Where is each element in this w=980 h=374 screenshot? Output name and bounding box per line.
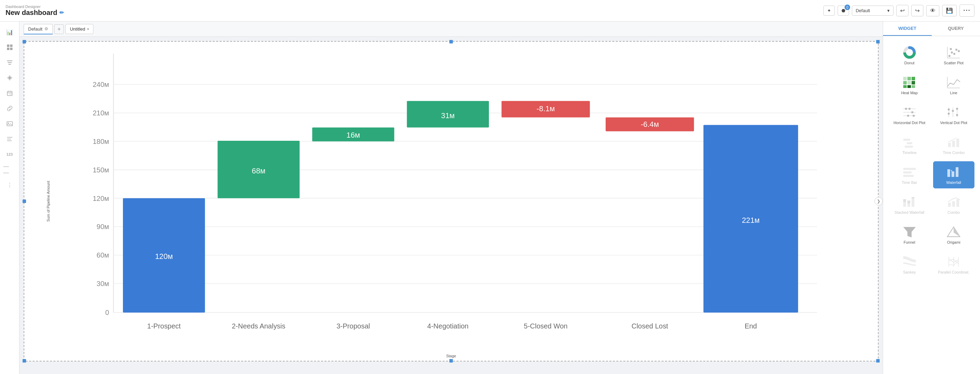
svg-point-72 bbox=[905, 108, 907, 110]
widget-label-line: Line bbox=[950, 91, 958, 95]
widget-label-scatter-plot: Scatter Plot bbox=[944, 61, 964, 65]
svg-rect-87 bbox=[905, 145, 913, 148]
parallel-coordinate-icon bbox=[945, 255, 962, 269]
sidebar-item-chart[interactable]: 📊 bbox=[3, 26, 16, 38]
widget-label-timeline: Timeline bbox=[902, 150, 916, 155]
sidebar-item-data[interactable] bbox=[3, 72, 16, 84]
tab-default-label: Default bbox=[28, 26, 42, 32]
widget-label-vertical-dot-plot: Vertical Dot Plot bbox=[940, 121, 967, 125]
preview-button[interactable]: 👁 bbox=[926, 5, 939, 16]
tab-default[interactable]: Default ⚙ bbox=[24, 24, 53, 34]
widget-item-waterfall[interactable]: Waterfall bbox=[933, 161, 975, 189]
svg-point-50 bbox=[948, 55, 950, 57]
redo-icon: ↪ bbox=[915, 8, 920, 14]
widget-item-line[interactable]: Line bbox=[933, 72, 975, 99]
ai-button[interactable]: ✦ bbox=[823, 6, 835, 16]
svg-rect-64 bbox=[903, 85, 907, 88]
svg-rect-59 bbox=[907, 77, 911, 80]
dashboard-canvas: ❯ Sum of Pipeline Amount 0 30м bbox=[19, 37, 883, 374]
sidebar-item-calendar[interactable]: 12 bbox=[3, 87, 16, 99]
sidebar-item-text[interactable] bbox=[3, 133, 16, 145]
collapse-toggle[interactable]: ❯ bbox=[875, 197, 883, 205]
widget-item-horizontal-dot-plot[interactable]: Horizontal Dot Plot bbox=[889, 101, 930, 129]
svg-rect-1 bbox=[10, 45, 13, 47]
svg-point-51 bbox=[951, 51, 953, 54]
svg-rect-103 bbox=[912, 197, 914, 198]
widget-item-funnel[interactable]: Funnel bbox=[889, 221, 930, 248]
edit-title-icon[interactable]: ✏ bbox=[59, 10, 64, 16]
heat-map-icon bbox=[901, 75, 918, 90]
right-panel: WIDGET QUERY Donut Scatter Plot bbox=[883, 22, 980, 374]
time-bar-icon bbox=[901, 165, 918, 179]
sidebar-item-filter[interactable] bbox=[3, 56, 16, 69]
topbar-left: Dashboard Designer New dashboard ✏ bbox=[6, 5, 64, 17]
horizontal-dot-plot-icon bbox=[901, 105, 918, 119]
sidebar-item-more[interactable]: ⋮ bbox=[3, 179, 16, 191]
sidebar-item-dash[interactable]: — — bbox=[3, 163, 16, 176]
svg-text:-6.4м: -6.4м bbox=[641, 120, 659, 129]
dropdown-chevron-icon: ▾ bbox=[887, 8, 890, 13]
widget-item-donut[interactable]: Donut bbox=[889, 42, 930, 69]
right-panel-tabs: WIDGET QUERY bbox=[883, 22, 980, 36]
svg-rect-60 bbox=[912, 77, 915, 80]
svg-text:221м: 221м bbox=[742, 216, 759, 225]
svg-rect-0 bbox=[7, 45, 10, 47]
svg-text:16м: 16м bbox=[347, 131, 360, 139]
svg-text:12: 12 bbox=[10, 93, 12, 95]
tab-bar: Default ⚙ + Untitled ▾ bbox=[19, 22, 883, 37]
sankey-icon bbox=[901, 255, 918, 269]
widget-item-scatter-plot[interactable]: Scatter Plot bbox=[933, 42, 975, 69]
widget-item-vertical-dot-plot[interactable]: Vertical Dot Plot bbox=[933, 101, 975, 129]
svg-rect-58 bbox=[903, 77, 907, 80]
chart-wrapper: Sum of Pipeline Amount 0 30м 60м bbox=[24, 42, 878, 361]
widget-label-donut: Donut bbox=[904, 61, 914, 65]
svg-text:2-Needs Analysis: 2-Needs Analysis bbox=[232, 322, 285, 330]
widget-label-waterfall: Waterfall bbox=[946, 181, 961, 185]
widget-item-timeline: Timeline bbox=[889, 131, 930, 158]
widget-item-sankey: Sankey bbox=[889, 251, 930, 278]
undo-icon: ↩ bbox=[900, 8, 905, 14]
svg-rect-105 bbox=[952, 201, 955, 207]
svg-text:150м: 150м bbox=[93, 166, 109, 174]
svg-rect-101 bbox=[907, 201, 910, 203]
filter-badge: 0 bbox=[845, 5, 850, 10]
widget-item-origami[interactable]: Origami bbox=[933, 221, 975, 248]
sidebar-item-grid[interactable] bbox=[3, 41, 16, 54]
widget-item-heat-map[interactable]: Heat Map bbox=[889, 72, 930, 99]
svg-text:Closed Lost: Closed Lost bbox=[632, 322, 668, 330]
svg-rect-2 bbox=[7, 48, 10, 50]
svg-rect-89 bbox=[952, 141, 955, 147]
sidebar-item-link[interactable] bbox=[3, 102, 16, 115]
widget-label-time-combo: Time Combo bbox=[943, 150, 965, 155]
sidebar-item-image[interactable] bbox=[3, 117, 16, 130]
svg-point-82 bbox=[952, 110, 954, 112]
sidebar-item-number[interactable]: 123 bbox=[3, 148, 16, 161]
svg-rect-86 bbox=[907, 142, 912, 144]
tab-query[interactable]: QUERY bbox=[932, 22, 980, 36]
svg-rect-90 bbox=[956, 139, 959, 147]
tab-widget[interactable]: WIDGET bbox=[883, 22, 932, 36]
widget-label-heat-map: Heat Map bbox=[901, 91, 918, 95]
tab-gear-icon[interactable]: ⚙ bbox=[45, 26, 48, 31]
svg-point-7 bbox=[8, 123, 9, 124]
svg-text:240м: 240м bbox=[93, 81, 109, 88]
combo-icon bbox=[945, 195, 962, 209]
svg-text:1-Prospect: 1-Prospect bbox=[147, 322, 181, 330]
svg-text:-8.1м: -8.1м bbox=[536, 104, 555, 113]
filter-button[interactable]: ⬣ 0 bbox=[838, 6, 849, 16]
tab-untitled[interactable]: Untitled ▾ bbox=[65, 24, 94, 34]
undo-button[interactable]: ↩ bbox=[896, 5, 908, 16]
redo-button[interactable]: ↪ bbox=[911, 5, 923, 16]
svg-rect-97 bbox=[951, 170, 952, 171]
svg-point-55 bbox=[950, 48, 952, 50]
svg-rect-102 bbox=[912, 198, 914, 207]
widget-label-stacked-waterfall: Stacked Waterfall bbox=[894, 210, 924, 214]
more-button[interactable]: ··· bbox=[959, 5, 974, 17]
app-name: Dashboard Designer bbox=[6, 5, 64, 9]
default-dropdown-button[interactable]: Default ▾ bbox=[852, 6, 894, 16]
svg-rect-88 bbox=[948, 143, 951, 147]
svg-text:0: 0 bbox=[105, 308, 109, 316]
svg-rect-3 bbox=[10, 48, 13, 50]
tab-add-button[interactable]: + bbox=[54, 24, 64, 34]
save-button[interactable]: 💾 bbox=[942, 5, 957, 16]
